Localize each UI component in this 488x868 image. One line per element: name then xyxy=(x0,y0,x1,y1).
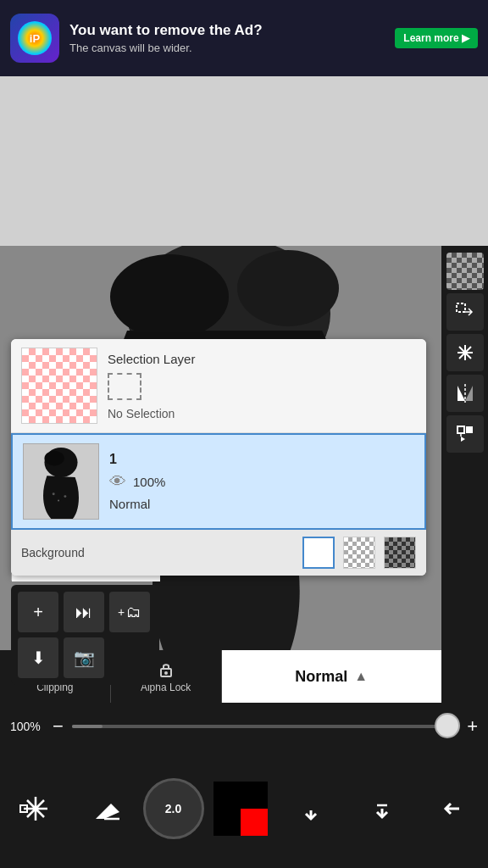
merge-icon xyxy=(455,424,475,444)
svg-point-32 xyxy=(164,671,168,675)
layer-move-button[interactable]: ⏭ xyxy=(64,592,104,632)
eye-icon[interactable]: 👁 xyxy=(109,472,126,492)
transform-icon xyxy=(454,342,476,364)
svg-rect-23 xyxy=(458,426,464,433)
selection-layer-thumbnail xyxy=(21,348,97,424)
zoom-bar: 100% − + xyxy=(0,703,488,749)
transform-nav-icon xyxy=(17,790,54,827)
svg-point-2 xyxy=(110,254,229,339)
zoom-minus-button[interactable]: − xyxy=(53,715,64,737)
gap-area xyxy=(0,76,488,246)
svg-point-17 xyxy=(58,500,59,502)
checkerboard-button[interactable] xyxy=(446,253,484,290)
canvas-area[interactable]: Selection Layer No Selection 1 xyxy=(0,246,488,868)
back-button[interactable] xyxy=(419,775,486,843)
selection-move-button[interactable] xyxy=(446,293,484,331)
zoom-label: 100% xyxy=(10,720,44,733)
ad-subtitle: The canvas will be wider. xyxy=(69,42,385,54)
ad-icon: iP xyxy=(10,14,59,63)
svg-point-16 xyxy=(53,492,55,495)
selection-move-icon xyxy=(455,302,475,322)
camera-button[interactable]: 📷 xyxy=(64,637,104,678)
layers-panel: Selection Layer No Selection 1 xyxy=(11,339,426,576)
svg-point-3 xyxy=(237,250,339,326)
add-folder-button[interactable]: +🗂 xyxy=(109,592,150,632)
svg-marker-20 xyxy=(458,386,465,401)
layer1-thumb-svg xyxy=(24,444,98,519)
layer1-controls: 👁 100% xyxy=(109,472,414,492)
merge-button[interactable] xyxy=(446,415,484,453)
ad-icon-image: iP xyxy=(18,21,52,55)
ad-text-block: You want to remove the Ad? The canvas wi… xyxy=(69,22,385,53)
blend-mode-button[interactable]: Normal ▲ xyxy=(222,650,442,703)
selection-layer-row[interactable]: Selection Layer No Selection xyxy=(11,339,426,433)
no-selection-box xyxy=(108,373,141,400)
background-label: Background xyxy=(21,546,294,559)
back-icon xyxy=(435,792,469,826)
brush-size-label: 2.0 xyxy=(165,802,181,815)
brush-size-button[interactable]: 2.0 xyxy=(143,778,204,839)
transform-nav-button[interactable] xyxy=(2,775,69,843)
transform-button[interactable] xyxy=(446,334,484,371)
redo-icon xyxy=(365,792,399,826)
ad-banner: iP You want to remove the Ad? The canvas… xyxy=(0,0,488,76)
blend-mode-arrow-icon: ▲ xyxy=(354,669,368,684)
left-layer-toolbar: + ⏭ +🗂 ⬇ 📷 xyxy=(11,585,159,685)
add-layer-button[interactable]: + xyxy=(18,592,58,632)
no-selection-text: No Selection xyxy=(108,407,416,420)
color-swatch[interactable] xyxy=(214,782,268,836)
svg-point-15 xyxy=(44,451,64,466)
merge-down-button[interactable]: ⬇ xyxy=(18,637,58,678)
background-dark-checker-option[interactable] xyxy=(384,537,416,569)
background-checker-option[interactable] xyxy=(343,537,375,569)
selection-layer-info: Selection Layer No Selection xyxy=(108,352,416,420)
zoom-slider-fill xyxy=(72,725,103,728)
background-white-option[interactable] xyxy=(302,537,335,569)
background-row[interactable]: Background xyxy=(11,530,426,576)
zoom-plus-button[interactable]: + xyxy=(467,715,478,737)
layer1-thumbnail xyxy=(23,443,99,520)
flip-button[interactable] xyxy=(446,375,484,412)
folder-plus-icon: +🗂 xyxy=(118,604,141,621)
zoom-slider-track[interactable] xyxy=(72,725,458,728)
color-swatch-red xyxy=(241,809,268,836)
layer1-info: 1 👁 100% Normal xyxy=(109,452,414,511)
selection-layer-label: Selection Layer xyxy=(108,352,416,366)
layer1-blend-mode: Normal xyxy=(109,497,414,511)
ad-learn-more-button[interactable]: Learn more ▶ xyxy=(395,28,478,48)
nav-bar: 2.0 xyxy=(0,749,488,868)
redo-button[interactable] xyxy=(348,775,416,843)
svg-rect-19 xyxy=(457,303,465,312)
flip-icon xyxy=(454,382,476,404)
layer1-row[interactable]: 1 👁 100% Normal xyxy=(11,433,426,530)
ad-icon-text: iP xyxy=(30,32,40,45)
zoom-slider-thumb[interactable] xyxy=(435,713,460,738)
color-picker-button[interactable] xyxy=(207,775,274,843)
eraser-icon xyxy=(87,790,125,827)
svg-marker-21 xyxy=(465,386,473,401)
layer1-number: 1 xyxy=(109,452,414,467)
svg-point-18 xyxy=(64,495,66,498)
ad-title: You want to remove the Ad? xyxy=(69,22,385,39)
undo-icon xyxy=(294,792,328,826)
layer1-opacity: 100% xyxy=(133,475,165,489)
blend-mode-label: Normal xyxy=(295,668,347,686)
svg-rect-24 xyxy=(466,426,473,433)
undo-button[interactable] xyxy=(277,775,345,843)
eraser-button[interactable] xyxy=(72,775,140,843)
